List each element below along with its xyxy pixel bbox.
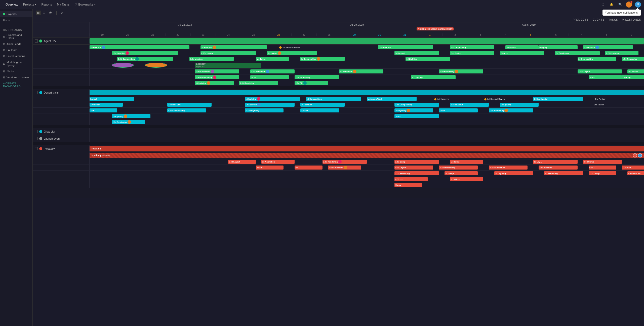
piccadily-row4-075[interactable]: 0.75d Li...: [450, 177, 483, 181]
desert-2nd-review[interactable]: 2nd Review: [594, 97, 622, 101]
nav-overview[interactable]: Overview: [3, 3, 21, 6]
piccadily-row2-fx[interactable]: 3.5d FX: [256, 166, 284, 170]
sidebar-item-modeling[interactable]: ⊞ Modeling on Spring: [0, 59, 32, 68]
nav-projects[interactable]: Projects ▾: [21, 3, 39, 6]
sidebar-item-la-team[interactable]: ⊞ LA Team: [0, 47, 32, 53]
create-dashboard-button[interactable]: + CREATE DASHBOARD: [0, 80, 32, 89]
task-an-row2[interactable]: 2d An...: [500, 51, 544, 55]
task-comp-2[interactable]: 1d FX: [250, 75, 289, 79]
desert-row3-lighting2[interactable]: 1d Lighting: [394, 108, 433, 112]
desert-row3-fx[interactable]: 1d FX: [90, 108, 117, 112]
columns-view-button[interactable]: ⦿: [48, 11, 53, 15]
piccadily-animation-1[interactable]: 3d Animation: [261, 160, 295, 164]
piccadily-tracking-bar[interactable]: Tracking Piccadily: [90, 153, 644, 158]
task-animation-anim2[interactable]: 1.5d Animation: [250, 69, 295, 73]
task-comp-1[interactable]: 1.5d Compositing: [195, 75, 239, 79]
task-compositing-1[interactable]: 2d Compositing: [450, 45, 494, 49]
piccadily-comp-2[interactable]: 2.5d Comp: [583, 160, 622, 164]
task-more-1[interactable]: 1d Lighting: [195, 81, 234, 85]
task-hair-sim-3[interactable]: 1.5d Hair Sim: [378, 45, 433, 49]
agent327-checkbox[interactable]: [35, 39, 38, 43]
agent327-avatar-2[interactable]: [145, 63, 167, 68]
desert-row3-fx3[interactable]: 1d FX: [439, 108, 478, 112]
task-comp-5[interactable]: 1d FX: [589, 75, 622, 79]
desert-row2-layout[interactable]: 1.5d Layout: [245, 103, 295, 107]
agent327-span-bar[interactable]: [90, 38, 644, 44]
task-hair-sim-1[interactable]: 5d Hair Sim: [90, 45, 189, 49]
piccadily-rendering-1[interactable]: 2.5d Rendering: [323, 160, 367, 164]
task-compositing-row3b[interactable]: 2d Compositing: [300, 57, 345, 61]
sidebar-item-versions-in-review[interactable]: ⊞ Versions in review: [0, 74, 32, 80]
desert-row3-fx2[interactable]: 2.5d FX: [300, 108, 339, 112]
task-comp-6[interactable]: Lighting: [622, 75, 644, 79]
piccadily-row2-05[interactable]: 0.5...: [295, 166, 322, 170]
task-comp-4[interactable]: 1d Lighting: [411, 75, 455, 79]
task-rendering-row2[interactable]: 3d Rendering: [555, 51, 599, 55]
desert-task-animation[interactable]: 1.5d Animation: [533, 97, 583, 101]
tasks-action[interactable]: TASKS: [609, 18, 618, 21]
task-animation-1[interactable]: 2nd Review: [450, 51, 494, 55]
task-external-review[interactable]: ◆ 1st External Review: [278, 46, 356, 49]
piccadily-row3-comp2[interactable]: 1.5d Comp: [589, 171, 616, 175]
sidebar-item-anim-leads[interactable]: ⊞ Anim Leads: [0, 41, 32, 47]
piccadily-row3-rendering[interactable]: 2.5d Rendering: [394, 171, 439, 175]
task-3rd-review[interactable]: 3rd Review: [627, 69, 644, 73]
task-layout-row2b[interactable]: 3d Layout: [267, 51, 317, 55]
glow-city-checkbox[interactable]: [35, 130, 38, 133]
task-compositing-row3c[interactable]: 1d Compositing: [578, 57, 616, 61]
piccadily-checkbox[interactable]: [35, 147, 38, 150]
piccadily-comp-1[interactable]: 2.5d Comp: [394, 160, 439, 164]
piccadily-lay-1[interactable]: 1d Lay...: [533, 160, 577, 164]
launch-event-checkbox[interactable]: [35, 137, 38, 140]
desert-row3-lighting[interactable]: 2.25d Lighting: [245, 108, 284, 112]
desert-task-lighting[interactable]: 1d Lighting: [245, 97, 300, 101]
task-hair-sim-row2[interactable]: 1.5d Hair Sim: [112, 51, 178, 55]
task-comp-3[interactable]: 1.5d Rendering: [295, 75, 339, 79]
task-modeling-row3[interactable]: Modeling: [256, 57, 289, 61]
task-more-2[interactable]: 1.5d Rendering: [239, 81, 278, 85]
task-lookdev[interactable]: LookdevAgent 327: [195, 63, 261, 68]
desert-1st-handover[interactable]: ◆ 1st Handover: [433, 97, 461, 101]
projects-action[interactable]: PROJECTS: [573, 18, 589, 21]
milestones-action[interactable]: MILESTONES: [622, 18, 641, 21]
sidebar-item-latest-versions[interactable]: ⊞ Latest versions: [0, 53, 32, 59]
piccadily-row3-rendering2[interactable]: 3d Rendering: [544, 171, 583, 175]
desert-row2-hairsim2[interactable]: 2d Hair Sim: [300, 103, 345, 107]
bell-icon[interactable]: 🔔: [609, 2, 614, 7]
sidebar-item-users[interactable]: Users: [0, 17, 32, 23]
task-more-3[interactable]: 2.5d FX: [295, 81, 328, 85]
piccadily-row3-lighting[interactable]: 1d Lighting: [494, 171, 533, 175]
piccadily-modeling-1[interactable]: Modeling: [450, 160, 483, 164]
piccadily-comp05-025[interactable]: Comp 05_025: [627, 171, 644, 175]
desert-row2-lighting[interactable]: 1d Lighting: [500, 103, 539, 107]
task-animation-anim1[interactable]: 1.5d Animation: [195, 69, 239, 73]
piccadily-row2-0.5d[interactable]: 0.5d L...: [589, 166, 616, 170]
sidebar-item-projects-and-users[interactable]: ⊞ Projects and Users: [0, 32, 32, 41]
user-avatar[interactable]: [626, 2, 632, 8]
task-1st-review[interactable]: 1st Review: [505, 45, 539, 49]
piccadily-row2-rendering[interactable]: 0.8d Layout: [394, 166, 433, 170]
desert-trails-checkbox[interactable]: [35, 91, 38, 94]
task-compositing-row3[interactable]: 1.5d Compositing: [117, 57, 173, 61]
desert-row5-rendering[interactable]: 2.5d Rendering: [112, 120, 145, 124]
clock-icon[interactable]: ⏱: [600, 2, 606, 7]
piccadily-row4-088[interactable]: 0.88 L...: [394, 177, 428, 181]
task-animation-anim3[interactable]: 2d Animation: [339, 69, 383, 73]
task-layout-1[interactable]: 1.5d Layout: [583, 45, 633, 49]
task-layout-row2[interactable]: 2.25d Layout: [200, 51, 256, 55]
nav-mytasks[interactable]: My Tasks: [54, 3, 72, 6]
grid-view-button[interactable]: ⊞: [36, 11, 41, 15]
piccadily-span-bar[interactable]: Piccadily: [90, 146, 644, 151]
desert-row2-compositing[interactable]: 2.5d Compositing: [394, 103, 439, 107]
desert-row3-rendering[interactable]: 1.5d Rendering: [489, 108, 533, 112]
piccadily-row2-animation2[interactable]: 2.75d Animation: [489, 166, 528, 170]
gantt-scroll-area[interactable]: Agent 327 5d Hair Sim: [33, 37, 644, 326]
desert-row2-hairsim[interactable]: 2.5d Hair Sim: [167, 103, 212, 107]
settings-icon[interactable]: ⚙: [60, 11, 64, 15]
piccadily-row5-comp[interactable]: Comp: [394, 183, 422, 187]
desert-task-compositing[interactable]: 1d Compositing: [306, 97, 361, 101]
desert-row4-lighting[interactable]: 1d Lighting: [112, 114, 150, 118]
task-layout-anim1[interactable]: 2.25d Layout: [578, 69, 622, 73]
sidebar-item-projects[interactable]: Projects: [0, 11, 32, 17]
desert-row2-anim[interactable]: Animation: [90, 103, 123, 107]
